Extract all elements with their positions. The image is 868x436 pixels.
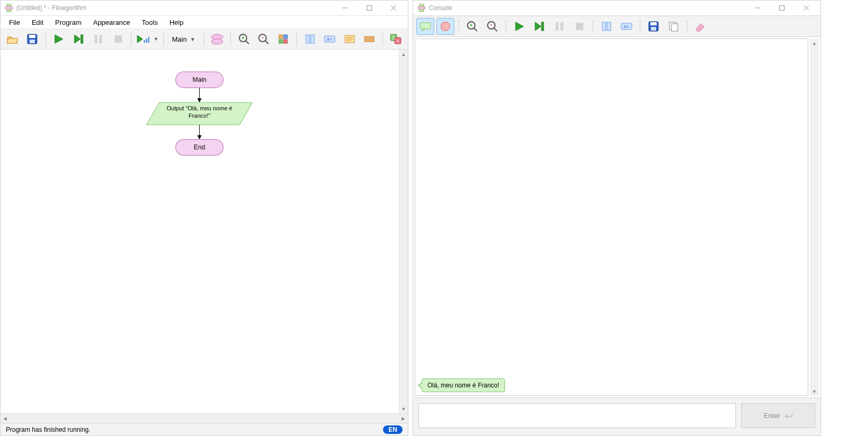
svg-rect-41: [365, 40, 374, 42]
stop-octagon-icon: [440, 21, 451, 32]
scroll-down-arrow[interactable]: ▼: [399, 404, 408, 413]
svg-rect-71: [542, 22, 544, 31]
pause-icon: [554, 21, 565, 32]
menu-tools[interactable]: Tools: [136, 17, 163, 28]
separator: [382, 32, 383, 46]
layout1-button[interactable]: [598, 18, 615, 35]
translate-button[interactable]: 文A: [387, 31, 405, 48]
status-text: Program has finished running.: [6, 426, 90, 433]
svg-marker-10: [55, 35, 63, 43]
svg-rect-33: [311, 35, 314, 43]
scroll-left-arrow[interactable]: ◀: [1, 414, 10, 423]
flowgorithm-window: (Untitled) * - Flowgorithm File Edit Pro…: [0, 0, 408, 436]
clear-button[interactable]: [692, 18, 710, 35]
step-button[interactable]: [530, 18, 548, 35]
stop-button[interactable]: [109, 31, 127, 48]
flow-output-line1: Output "Olá, meu nome é: [166, 105, 232, 111]
open-button[interactable]: [4, 31, 21, 48]
svg-text:文: 文: [391, 35, 396, 40]
flowchart-canvas[interactable]: Main Output "Olá, meu nome é Franco!" En…: [1, 50, 408, 414]
tools-button[interactable]: [360, 31, 378, 48]
separator: [593, 20, 593, 33]
run-button[interactable]: [50, 31, 68, 48]
scroll-up-arrow[interactable]: ▲: [399, 50, 408, 59]
status-bar: Program has finished running. EN: [1, 423, 408, 435]
scroll-down-arrow[interactable]: ▼: [810, 387, 819, 396]
toolbar: ▼ Main ▼ + - x=: [1, 29, 408, 50]
step-button[interactable]: [70, 31, 87, 48]
copy-button[interactable]: [665, 18, 683, 35]
vertical-scrollbar[interactable]: ▲ ▼: [810, 39, 819, 396]
maximize-button[interactable]: [770, 1, 794, 16]
zoom-out-button[interactable]: -: [255, 31, 272, 48]
step-icon: [534, 21, 545, 32]
enter-button[interactable]: Enter: [741, 403, 815, 428]
stop-octagon-button[interactable]: [436, 18, 454, 35]
console-input[interactable]: [418, 403, 736, 428]
separator: [131, 32, 132, 46]
separator: [459, 20, 459, 33]
svg-rect-54: [419, 4, 424, 6]
stop-button[interactable]: [571, 18, 589, 35]
console-input-panel: Enter: [413, 397, 820, 435]
save-button[interactable]: [23, 31, 41, 48]
scroll-up-arrow[interactable]: ▲: [810, 39, 819, 48]
separator: [45, 32, 46, 46]
zoom-out-button[interactable]: -: [483, 18, 501, 35]
close-button[interactable]: [794, 1, 818, 16]
svg-rect-28: [279, 35, 283, 39]
svg-rect-4: [367, 6, 372, 11]
maximize-button[interactable]: [357, 1, 381, 16]
play-icon: [53, 33, 64, 45]
menu-edit[interactable]: Edit: [26, 17, 49, 28]
layout1-button[interactable]: [301, 31, 319, 48]
zoom-in-button[interactable]: +: [235, 31, 253, 48]
svg-marker-51: [197, 135, 201, 139]
console-output-canvas[interactable]: Olá, meu nome é Franco!: [415, 39, 808, 396]
svg-line-67: [494, 28, 497, 31]
separator: [230, 32, 231, 46]
titlebar: (Untitled) * - Flowgorithm: [1, 1, 408, 16]
svg-line-23: [246, 41, 249, 44]
chat-mode-button[interactable]: [416, 18, 434, 35]
minimize-button[interactable]: [745, 1, 770, 16]
save-button[interactable]: [645, 18, 662, 35]
chevron-down-icon: ▼: [190, 36, 195, 42]
variable-watch-button[interactable]: x=: [321, 31, 339, 48]
svg-rect-14: [99, 35, 102, 43]
layout-button[interactable]: [275, 31, 292, 48]
flow-end-label: End: [194, 144, 205, 151]
svg-rect-12: [81, 35, 83, 43]
menubar: File Edit Program Appearance Tools Help: [1, 16, 408, 29]
pause-button[interactable]: [550, 18, 568, 35]
minimize-button[interactable]: [333, 1, 357, 16]
svg-rect-17: [144, 40, 145, 43]
svg-line-26: [265, 41, 268, 44]
enter-label: Enter: [763, 412, 780, 420]
svg-rect-1: [7, 4, 11, 6]
svg-rect-29: [284, 35, 287, 39]
close-button[interactable]: [381, 1, 406, 16]
horizontal-scrollbar[interactable]: ◀ ▶: [1, 414, 408, 423]
svg-marker-48: [197, 98, 201, 102]
speed-button[interactable]: ▼: [136, 31, 158, 48]
output-text: Olá, meu nome é Franco!: [427, 382, 499, 389]
vertical-scrollbar[interactable]: ▲ ▼: [399, 50, 408, 413]
erase-icon: [695, 21, 706, 32]
stop-icon: [574, 21, 585, 32]
run-button[interactable]: [510, 18, 528, 35]
function-selector[interactable]: Main ▼: [168, 32, 200, 46]
menu-help[interactable]: Help: [164, 17, 189, 28]
code-button[interactable]: [341, 31, 358, 48]
menu-appearance[interactable]: Appearance: [88, 17, 135, 28]
svg-point-21: [211, 39, 223, 44]
scroll-right-arrow[interactable]: ▶: [399, 414, 408, 423]
menu-program[interactable]: Program: [50, 17, 87, 28]
pause-button[interactable]: [90, 31, 107, 48]
language-badge[interactable]: EN: [383, 425, 403, 434]
add-shape-button[interactable]: [209, 31, 226, 48]
zoom-in-button[interactable]: +: [463, 18, 481, 35]
svg-text:+: +: [241, 35, 245, 41]
variable-watch-button[interactable]: x=: [618, 18, 636, 35]
menu-file[interactable]: File: [4, 17, 25, 28]
